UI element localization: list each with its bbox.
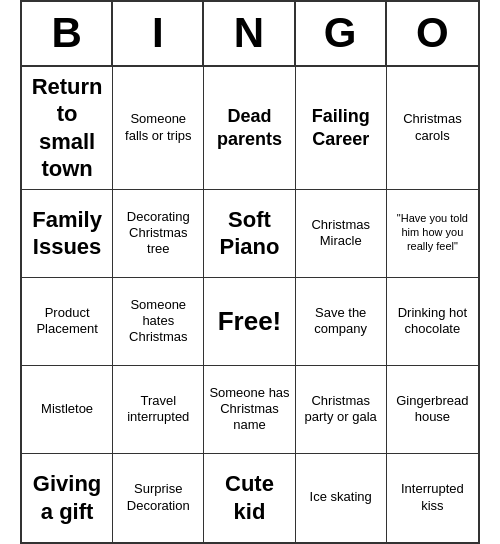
bingo-cell-16: Travel interrupted bbox=[113, 366, 204, 454]
bingo-header: BINGO bbox=[22, 2, 478, 66]
bingo-cell-13: Save the company bbox=[296, 278, 387, 366]
bingo-letter-g: G bbox=[296, 2, 387, 64]
bingo-cell-19: Gingerbread house bbox=[387, 366, 478, 454]
bingo-cell-1: Someone falls or trips bbox=[113, 67, 204, 190]
bingo-cell-8: Christmas Miracle bbox=[296, 190, 387, 278]
bingo-cell-10: Product Placement bbox=[22, 278, 113, 366]
bingo-card: BINGO Return to small townSomeone falls … bbox=[20, 0, 480, 543]
bingo-cell-17: Someone has Christmas name bbox=[204, 366, 295, 454]
bingo-cell-9: "Have you told him how you really feel" bbox=[387, 190, 478, 278]
bingo-cell-2: Dead parents bbox=[204, 67, 295, 190]
bingo-cell-0: Return to small town bbox=[22, 67, 113, 190]
bingo-cell-20: Giving a gift bbox=[22, 454, 113, 542]
bingo-cell-18: Christmas party or gala bbox=[296, 366, 387, 454]
bingo-cell-5: Family Issues bbox=[22, 190, 113, 278]
bingo-grid: Return to small townSomeone falls or tri… bbox=[22, 67, 478, 542]
bingo-letter-o: O bbox=[387, 2, 478, 64]
bingo-letter-b: B bbox=[22, 2, 113, 64]
bingo-cell-15: Mistletoe bbox=[22, 366, 113, 454]
bingo-cell-21: Surprise Decoration bbox=[113, 454, 204, 542]
bingo-cell-4: Christmas carols bbox=[387, 67, 478, 190]
bingo-cell-24: Interrupted kiss bbox=[387, 454, 478, 542]
bingo-letter-i: I bbox=[113, 2, 204, 64]
bingo-cell-22: Cute kid bbox=[204, 454, 295, 542]
bingo-cell-11: Someone hates Christmas bbox=[113, 278, 204, 366]
bingo-cell-3: Failing Career bbox=[296, 67, 387, 190]
bingo-cell-6: Decorating Christmas tree bbox=[113, 190, 204, 278]
bingo-cell-7: Soft Piano bbox=[204, 190, 295, 278]
bingo-cell-23: Ice skating bbox=[296, 454, 387, 542]
bingo-letter-n: N bbox=[204, 2, 295, 64]
bingo-cell-14: Drinking hot chocolate bbox=[387, 278, 478, 366]
bingo-cell-12: Free! bbox=[204, 278, 295, 366]
